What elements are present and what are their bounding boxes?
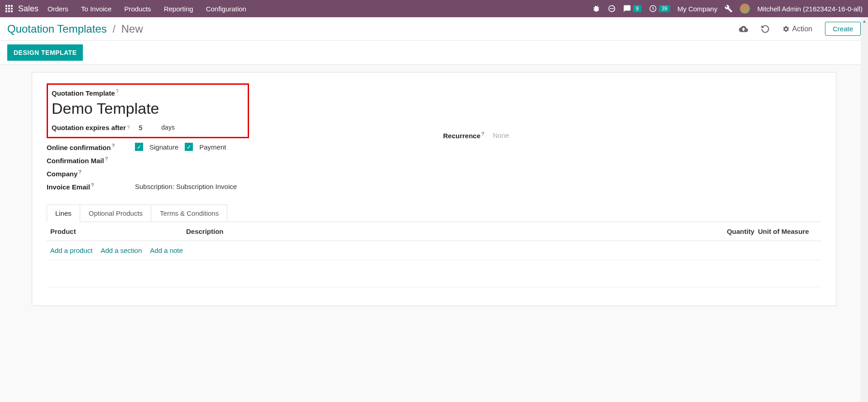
recurrence-field[interactable]: None bbox=[493, 131, 509, 139]
template-name-label: Quotation Template bbox=[52, 89, 115, 97]
invoice-email-label: Invoice Email bbox=[47, 183, 90, 191]
support-icon[interactable] bbox=[608, 5, 616, 13]
svg-rect-1 bbox=[8, 5, 10, 7]
tab-terms-conditions[interactable]: Terms & Conditions bbox=[151, 204, 227, 222]
action-dropdown[interactable]: Action bbox=[782, 25, 812, 33]
invoice-email-field[interactable]: Subscription: Subscription Invoice bbox=[135, 183, 237, 190]
activities-badge: 39 bbox=[659, 5, 670, 12]
add-note-link[interactable]: Add a note bbox=[150, 247, 183, 254]
messages-badge: 9 bbox=[633, 5, 642, 12]
table-action-row: Add a product Add a section Add a note bbox=[47, 241, 821, 260]
cloud-save-icon[interactable] bbox=[739, 24, 748, 34]
tab-optional-products[interactable]: Optional Products bbox=[80, 204, 151, 222]
svg-rect-0 bbox=[5, 5, 7, 7]
help-icon[interactable]: ? bbox=[127, 125, 129, 130]
expires-days-input[interactable] bbox=[139, 124, 152, 131]
tab-lines[interactable]: Lines bbox=[47, 204, 80, 222]
app-brand[interactable]: Sales bbox=[18, 4, 38, 14]
breadcrumb: Quotation Templates / New bbox=[7, 23, 143, 35]
tools-icon[interactable] bbox=[724, 5, 733, 13]
signature-label: Signature bbox=[149, 143, 178, 151]
svg-rect-2 bbox=[11, 5, 13, 7]
table-header: Product Description Quantity Unit of Mea… bbox=[47, 222, 821, 241]
payment-checkbox[interactable]: ✓ bbox=[185, 143, 193, 151]
menu-configuration[interactable]: Configuration bbox=[206, 5, 246, 13]
activities-button[interactable]: 39 bbox=[649, 5, 670, 13]
user-menu[interactable]: Mitchell Admin (21623424-16-0-all) bbox=[757, 5, 863, 13]
action-bar: Quotation Templates / New Action Create bbox=[0, 17, 868, 41]
debug-icon[interactable] bbox=[592, 5, 600, 13]
help-icon[interactable]: ? bbox=[481, 131, 484, 136]
col-description: Description bbox=[186, 228, 718, 235]
online-confirmation-label: Online confirmation bbox=[47, 144, 111, 151]
breadcrumb-parent[interactable]: Quotation Templates bbox=[7, 23, 107, 35]
breadcrumb-current: New bbox=[121, 23, 143, 35]
design-template-button[interactable]: DESIGN TEMPLATE bbox=[7, 44, 83, 61]
help-icon[interactable]: ? bbox=[91, 182, 94, 188]
main-area: Quotation Template? Quotation expires af… bbox=[0, 65, 868, 313]
svg-rect-7 bbox=[8, 10, 10, 12]
discard-icon[interactable] bbox=[761, 24, 770, 34]
menu-products[interactable]: Products bbox=[124, 5, 151, 13]
company-switcher[interactable]: My Company bbox=[677, 5, 717, 13]
create-button[interactable]: Create bbox=[825, 22, 861, 36]
template-name-input[interactable] bbox=[52, 100, 244, 117]
navbar-right: 9 39 My Company Mitchell Admin (21623424… bbox=[592, 4, 863, 14]
add-product-link[interactable]: Add a product bbox=[50, 247, 92, 254]
confirmation-mail-label: Confirmation Mail bbox=[47, 157, 104, 165]
highlighted-region: Quotation Template? Quotation expires af… bbox=[47, 83, 249, 138]
menu-orders[interactable]: Orders bbox=[48, 5, 68, 13]
help-icon[interactable]: ? bbox=[116, 88, 119, 94]
col-quantity: Quantity bbox=[718, 228, 754, 235]
vertical-scrollbar[interactable]: ▲ bbox=[861, 17, 868, 313]
col-uom: Unit of Measure bbox=[754, 228, 818, 235]
form-card: Quotation Template? Quotation expires af… bbox=[32, 72, 836, 306]
svg-rect-6 bbox=[5, 10, 7, 12]
expires-label: Quotation expires after bbox=[52, 124, 126, 131]
help-icon[interactable]: ? bbox=[112, 143, 115, 148]
company-label: Company bbox=[47, 170, 77, 178]
svg-rect-4 bbox=[8, 8, 10, 10]
main-menu: Orders To Invoice Products Reporting Con… bbox=[48, 5, 246, 13]
menu-to-invoice[interactable]: To Invoice bbox=[81, 5, 112, 13]
status-row: DESIGN TEMPLATE bbox=[0, 41, 868, 65]
payment-label: Payment bbox=[199, 143, 226, 151]
help-icon[interactable]: ? bbox=[105, 156, 108, 161]
recurrence-label: Recurrence bbox=[443, 132, 481, 140]
menu-reporting[interactable]: Reporting bbox=[164, 5, 193, 13]
add-section-link[interactable]: Add a section bbox=[101, 247, 142, 254]
breadcrumb-separator: / bbox=[112, 23, 115, 35]
apps-icon[interactable] bbox=[5, 5, 13, 12]
top-navbar: Sales Orders To Invoice Products Reporti… bbox=[0, 0, 868, 17]
svg-rect-8 bbox=[11, 10, 13, 12]
empty-row bbox=[47, 260, 821, 287]
messages-button[interactable]: 9 bbox=[623, 5, 642, 13]
svg-rect-3 bbox=[5, 8, 7, 10]
expires-suffix: days bbox=[161, 124, 175, 131]
svg-rect-5 bbox=[11, 8, 13, 10]
signature-checkbox[interactable]: ✓ bbox=[135, 143, 143, 151]
scroll-up-icon[interactable]: ▲ bbox=[861, 17, 868, 24]
col-product: Product bbox=[50, 228, 186, 235]
help-icon[interactable]: ? bbox=[78, 169, 82, 174]
avatar[interactable] bbox=[740, 4, 750, 14]
action-label: Action bbox=[792, 25, 812, 33]
tabs: Lines Optional Products Terms & Conditio… bbox=[47, 204, 821, 222]
